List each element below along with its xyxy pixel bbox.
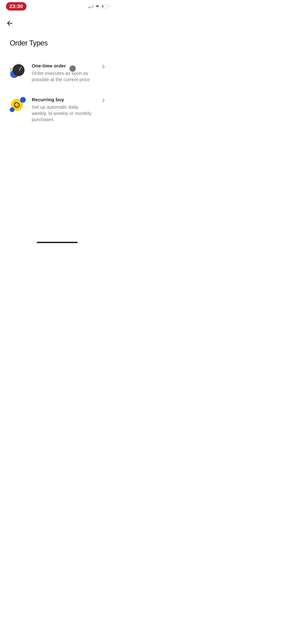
phone-frame: 23:30 22 [0,0,114,245]
chevron-right-icon [101,64,106,69]
status-time: 23:30 [9,4,23,9]
battery-icon: 22 [101,4,108,8]
touch-indicator [69,66,76,72]
refresh-arrow-icon [13,102,20,108]
option-recurring-buy[interactable]: Recurring buy Set up automatic daily, we… [10,97,108,123]
options-list: One-time order Order executes as soon as… [0,47,114,123]
home-indicator[interactable] [37,242,78,243]
wifi-icon [95,4,100,8]
back-button[interactable] [5,19,14,28]
option-text: Recurring buy Set up automatic daily, we… [32,97,95,123]
cellular-signal-icon [89,4,93,8]
option-text: One-time order Order executes as soon as… [32,63,95,82]
nav-bar [0,12,114,28]
battery-percent: 22 [104,5,106,8]
option-title: One-time order [32,63,95,68]
status-right: 22 [89,4,108,8]
chevron-right-icon [101,98,106,103]
option-description: Order executes as soon as possible at th… [32,70,95,82]
stopwatch-icon [10,63,25,78]
option-title: Recurring buy [32,97,95,102]
option-description: Set up automatic daily, weekly, bi-weekl… [32,104,95,123]
option-one-time-order[interactable]: One-time order Order executes as soon as… [10,63,108,82]
page-title: Order Types [0,28,114,47]
status-bar: 23:30 22 [0,0,114,12]
recurring-icon [10,97,25,112]
status-time-pill[interactable]: 23:30 [6,2,26,10]
arrow-left-icon [6,20,13,26]
